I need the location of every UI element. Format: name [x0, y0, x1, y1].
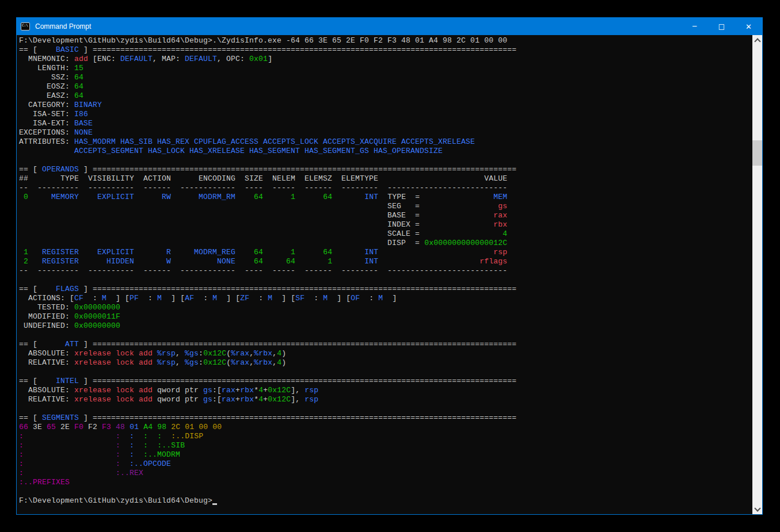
terminal-text-segment	[24, 460, 116, 468]
titlebar[interactable]: C:\ Command Prompt ─ □ ✕	[17, 18, 762, 35]
terminal-text-segment: 64	[235, 193, 263, 201]
terminal-text-segment: NONE	[74, 128, 93, 137]
terminal-text-segment: :	[143, 432, 148, 441]
terminal-text-segment	[378, 248, 493, 257]
terminal-text-segment	[120, 441, 130, 450]
terminal-text-segment	[153, 349, 157, 358]
terminal-text-segment: DEFAULT	[120, 55, 153, 63]
scroll-down-button[interactable]	[752, 504, 762, 514]
scrollbar-thumb[interactable]	[752, 140, 762, 166]
terminal-text-segment: 0x12C	[203, 358, 226, 367]
terminal-text-segment: :	[199, 349, 203, 358]
terminal-line: SSZ: 64	[19, 73, 752, 82]
terminal-text-segment: :..SIB	[157, 441, 185, 450]
terminal-text-segment: rax	[493, 211, 507, 220]
terminal-text-segment: rflags	[480, 257, 507, 266]
terminal-text-segment: 0x12C	[268, 395, 291, 404]
terminal-text-segment: BASE =	[387, 211, 420, 220]
terminal-text-segment: :	[139, 294, 157, 303]
terminal-text-segment: REGISTER	[28, 248, 79, 257]
terminal-text-segment: ]	[79, 377, 93, 385]
terminal-text-segment: %rax	[231, 349, 249, 358]
maximize-icon: □	[718, 22, 725, 30]
terminal-text-segment: rsp	[305, 386, 318, 395]
terminal-text-segment	[120, 432, 130, 441]
terminal-line: UNDEFINED: 0x00000000	[19, 322, 752, 331]
terminal-text-segment: :	[19, 441, 24, 450]
console-area[interactable]: F:\Development\GitHub\zydis\Build64\Debu…	[17, 35, 762, 514]
terminal-text-segment: == [	[19, 414, 42, 422]
terminal-text-segment: EXPLICIT	[79, 193, 134, 201]
terminal-text-segment: +	[235, 386, 240, 395]
close-button[interactable]: ✕	[735, 18, 762, 35]
terminal-text-segment: )	[281, 349, 286, 358]
terminal-text-segment	[420, 193, 493, 201]
terminal-text-segment: :	[130, 432, 134, 441]
terminal-line: :..PREFIXES	[19, 478, 752, 487]
terminal-text-segment: 65	[42, 423, 56, 431]
terminal-text-segment: UNDEFINED:	[19, 322, 74, 330]
terminal-text-segment: xrelease lock add	[74, 395, 153, 404]
terminal-text-segment: :..REX	[116, 469, 143, 477]
terminal-text-segment: 64	[295, 193, 332, 201]
terminal-text-segment: == [	[19, 340, 65, 349]
terminal-line: -- --------- ---------- ------ ---------…	[19, 266, 752, 275]
terminal-text-segment: --------------------------	[387, 266, 507, 275]
terminal-line: ISA-SET: I86	[19, 110, 752, 119]
terminal-text-segment: DISP =	[387, 239, 424, 247]
terminal-line: RELATIVE: xrelease lock add %rsp, %gs:0x…	[19, 358, 752, 368]
terminal-text-segment: == [	[19, 285, 56, 293]
terminal-text-segment	[153, 358, 157, 367]
terminal-text-segment: 1	[19, 248, 28, 257]
terminal-text-segment: 4	[258, 386, 263, 395]
terminal-text-segment: MODRM_REG	[171, 248, 235, 257]
terminal-line: MNEMONIC: add [ENC: DEFAULT, MAP: DEFAUL…	[19, 55, 752, 64]
terminal-line: SCALE = 4	[19, 229, 752, 239]
terminal-text-segment: %gs	[185, 358, 199, 367]
terminal-text-segment: RELATIVE:	[19, 395, 74, 404]
minimize-button[interactable]: ─	[681, 18, 708, 35]
terminal-line: == [ BASIC ] ===========================…	[19, 45, 752, 55]
terminal-line: MODIFIED: 0x0000011F	[19, 312, 752, 322]
cmd-icon: C:\	[21, 22, 30, 30]
terminal-text-segment: :	[305, 294, 323, 303]
terminal-text-segment: 64	[295, 248, 332, 257]
terminal-line: : :..REX	[19, 469, 752, 478]
terminal-text-segment: ========================================…	[93, 414, 516, 422]
terminal-text-segment: *	[254, 395, 258, 404]
terminal-line: TESTED: 0x00000000	[19, 303, 752, 312]
terminal-line: F:\Development\GitHub\zydis\Build64\Debu…	[19, 36, 752, 45]
terminal-text-segment: 98	[153, 423, 166, 431]
terminal-text-segment: +	[263, 386, 268, 395]
terminal-text-segment: EXPLICIT	[79, 248, 134, 257]
terminal-text-segment: rbx	[240, 395, 254, 404]
terminal-text-segment: rsp	[493, 248, 507, 257]
terminal-line: F:\Development\GitHub\zydis\Build64\Debu…	[19, 496, 752, 506]
terminal-text-segment: 64	[74, 73, 83, 82]
terminal-text-segment	[420, 220, 493, 229]
terminal-text-segment: DEFAULT	[185, 55, 217, 63]
terminal-text-segment: M	[102, 294, 106, 303]
terminal-text-segment: ] [	[106, 294, 130, 303]
terminal-text-segment: OF	[351, 294, 360, 303]
terminal-text-segment: :	[19, 432, 24, 441]
terminal-line: ACTIONS: [CF : M ] [PF : M ] [AF : M ] […	[19, 294, 752, 303]
scroll-up-button[interactable]	[752, 35, 762, 45]
terminal-text-segment: 1	[263, 248, 295, 257]
terminal-line: : : : :..MODRM	[19, 450, 752, 460]
maximize-button[interactable]: □	[708, 18, 735, 35]
terminal-text-segment: ========================================…	[93, 45, 516, 54]
terminal-text-segment: :	[19, 469, 24, 477]
terminal-text-segment: ABSOLUTE:	[19, 386, 74, 395]
terminal-text-segment: ========================================…	[93, 165, 516, 174]
scrollbar[interactable]	[752, 35, 762, 514]
terminal-text-segment: == [	[19, 165, 42, 174]
terminal-text-segment: AF	[185, 294, 194, 303]
terminal-text-segment: gs	[203, 386, 212, 395]
terminal-text-segment: BASIC	[56, 45, 79, 54]
terminal-text-segment: 4	[503, 229, 507, 238]
terminal-line	[19, 156, 752, 165]
terminal-text-segment: , MAP:	[153, 55, 185, 63]
terminal-text-segment: gs	[498, 202, 507, 210]
terminal-text-segment: CATEGORY:	[19, 101, 74, 109]
